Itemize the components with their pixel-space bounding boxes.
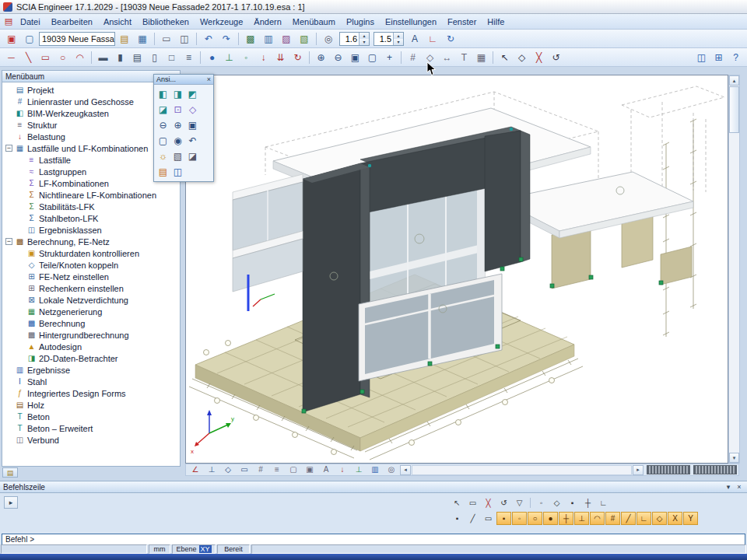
menu-item[interactable]: Fenster	[442, 16, 482, 28]
tree-item[interactable]: − ▩ Berechnung, FE-Netz	[2, 236, 180, 247]
view-back-icon[interactable]: ◨	[170, 86, 185, 102]
text-icon[interactable]: T	[456, 49, 472, 65]
menu-item[interactable]: Ändern	[248, 16, 286, 28]
tree-expander-icon[interactable]	[17, 285, 24, 292]
calculator-icon[interactable]: ▩	[242, 30, 259, 47]
window-grip-1[interactable]	[647, 465, 690, 474]
zoom-selection-icon[interactable]: ◉	[170, 133, 185, 149]
tree-item[interactable]: ⊞ Rechenkern einstellen	[2, 282, 180, 294]
menu-item[interactable]: Datei	[15, 16, 46, 28]
document-icon[interactable]: ▤	[2, 16, 15, 26]
menu-item[interactable]: Werkzeuge	[195, 16, 248, 28]
scroll-left-icon[interactable]: ◂	[400, 465, 411, 475]
cursor-snap-point-icon[interactable]: ▪	[450, 512, 465, 525]
previous-view-icon[interactable]: ↶	[185, 133, 200, 149]
view-front-icon[interactable]: ◧	[156, 86, 170, 102]
grid-icon[interactable]: #	[405, 49, 421, 65]
ucs-axes-icon[interactable]: ∠	[188, 464, 203, 476]
snap-center-toggle-icon[interactable]: ○	[528, 512, 542, 525]
view-parameters-icon[interactable]: ▤	[156, 164, 170, 180]
snap-midpoint-toggle-icon[interactable]: ◦	[512, 512, 527, 525]
snap-intersection-toggle-icon[interactable]: ┼	[559, 512, 573, 525]
menu-item[interactable]: Einstellungen	[380, 16, 442, 28]
tree-expander-icon[interactable]	[17, 296, 24, 303]
line-icon[interactable]: ─	[3, 49, 19, 65]
snap-endpoint-toggle-icon[interactable]: ▪	[496, 512, 511, 525]
select-icon[interactable]: ↖	[496, 49, 513, 65]
help-icon[interactable]: ?	[728, 49, 744, 65]
zoom-all-icon[interactable]: ▢	[156, 133, 170, 149]
render-mode-icon[interactable]: ◪	[185, 149, 200, 164]
tree-item[interactable]: ▦ Netzgenerierung	[2, 306, 180, 317]
activity-icon[interactable]: ◎	[320, 30, 337, 47]
previous-selection-icon[interactable]: ↺	[548, 49, 564, 65]
tree-expander-icon[interactable]	[5, 121, 12, 128]
tree-expander-icon[interactable]	[5, 98, 12, 105]
scroll-right-icon[interactable]: ▸	[633, 465, 644, 475]
column-icon[interactable]: ▮	[112, 49, 128, 65]
command-options-icon[interactable]: ▸	[4, 496, 18, 509]
tree-expander-icon[interactable]: −	[5, 238, 12, 245]
tree-item[interactable]: Σ Nichtlineare LF-Kombinationen	[2, 189, 180, 201]
model-3d-canvas[interactable]: y x	[186, 75, 728, 463]
undo-icon[interactable]: ↶	[200, 30, 217, 47]
tree-expander-icon[interactable]	[5, 401, 12, 408]
support-icon[interactable]: ⊥	[221, 49, 237, 65]
clipping-box-icon[interactable]: ▧	[170, 149, 185, 164]
node-icon[interactable]: ●	[204, 49, 220, 65]
selection-filter-icon[interactable]: ▽	[512, 496, 527, 509]
status-units[interactable]: mm	[149, 544, 170, 554]
point-load-icon[interactable]: ↓	[255, 49, 272, 65]
snap-endpoint-icon[interactable]: ▪	[565, 496, 580, 509]
tree-expander-icon[interactable]: −	[5, 145, 12, 152]
wall-icon[interactable]: ▯	[146, 49, 163, 65]
menu-item[interactable]: Menübaum	[287, 16, 341, 28]
axonometric-view-icon[interactable]: ◇	[185, 102, 200, 117]
close-icon[interactable]: ×	[207, 75, 211, 83]
tree-expander-icon[interactable]	[5, 390, 12, 397]
font-size-icon[interactable]: A	[406, 30, 423, 47]
tree-item[interactable]: ▥ Ergebnisse	[2, 364, 180, 376]
circle-icon[interactable]: ○	[54, 49, 71, 65]
coordinate-input-icon[interactable]: ⊥	[204, 464, 219, 476]
cursor-snap-line-icon[interactable]: ╱	[465, 512, 480, 525]
project-combo[interactable]: 19039 Neue Fassad ▾	[39, 32, 115, 46]
zoom-in-icon[interactable]: ⊕	[313, 49, 329, 65]
zoom-out-icon[interactable]: ⊖	[330, 49, 346, 65]
tree-item[interactable]: ▩ Hintergrundberechnung	[2, 329, 180, 341]
command-input[interactable]: Befehl >	[2, 534, 745, 545]
pan-icon[interactable]: +	[381, 49, 398, 65]
tree-expander-icon[interactable]	[17, 191, 24, 198]
tree-expander-icon[interactable]	[5, 86, 12, 93]
engineering-report-icon[interactable]: ▥	[260, 30, 277, 47]
tree-item[interactable]: ◨ 2D-Daten-Betrachter	[2, 352, 180, 364]
zoom-window-icon[interactable]: ▣	[185, 117, 200, 133]
tree-item[interactable]: ◫ Verbund	[2, 434, 180, 446]
viewport-vscrollbar[interactable]: ▴ ▾	[728, 75, 740, 464]
menu-item[interactable]: Plugins	[341, 16, 380, 28]
raster-icon[interactable]: #	[253, 464, 268, 476]
select-polygon-icon[interactable]: ◇	[514, 49, 530, 65]
snap-perpendicular-toggle-icon[interactable]: ⊥	[574, 512, 589, 525]
print-preview-icon[interactable]: ◫	[176, 30, 193, 47]
snap-edge-toggle-icon[interactable]: ╱	[621, 512, 636, 525]
snap-node-icon[interactable]: ◦	[534, 496, 549, 509]
tree-item[interactable]: ◇ Teile/Knoten koppeln	[2, 259, 180, 271]
snap-midpoint-icon[interactable]: ◇	[549, 496, 564, 509]
select-box-icon[interactable]: ▭	[465, 496, 480, 509]
ucs-icon[interactable]: ∟	[424, 30, 441, 47]
tree-expander-icon[interactable]	[17, 168, 24, 175]
project-manager-icon[interactable]: ▣	[3, 30, 20, 47]
tree-item[interactable]: T Beton – Erweitert	[2, 422, 180, 434]
stepper-down-icon[interactable]: ▾	[394, 39, 403, 45]
tree-item[interactable]: ⊞ FE-Netz einstellen	[2, 271, 180, 282]
model-viewport[interactable]: y x	[185, 75, 728, 464]
previous-selection-icon[interactable]: ↺	[496, 496, 511, 509]
snap-orthogonal-icon[interactable]: ∟	[596, 496, 611, 509]
tree-item[interactable]: ⊠ Lokale Netzverdichtung	[2, 294, 180, 306]
scroll-up-icon[interactable]: ▴	[729, 75, 739, 86]
tree-item[interactable]: Σ Stabilitäts-LFK	[2, 201, 180, 212]
open-icon[interactable]: ▤	[116, 30, 133, 47]
menu-item[interactable]: Ansicht	[98, 16, 137, 28]
rectangle-icon[interactable]: ▭	[37, 49, 54, 65]
